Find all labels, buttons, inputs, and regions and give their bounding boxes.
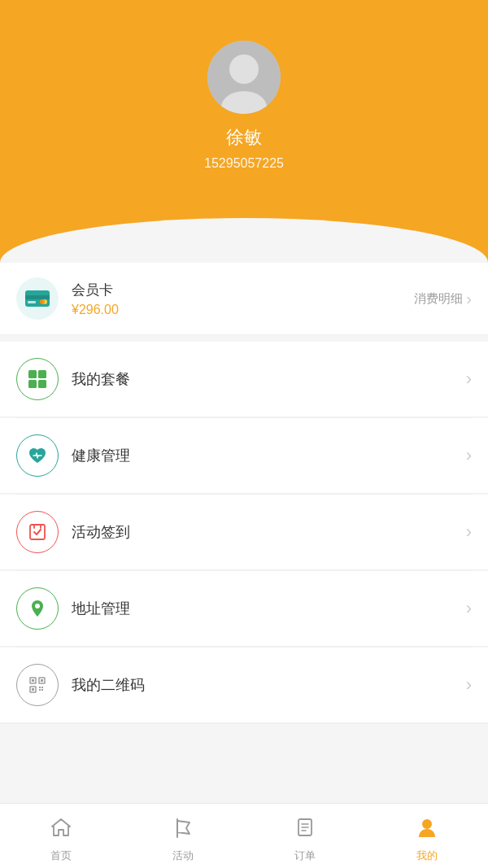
profile-phone: 15295057225 bbox=[0, 156, 488, 171]
nav-order[interactable]: 订单 bbox=[244, 809, 366, 863]
svg-point-7 bbox=[40, 299, 45, 304]
nav-mine[interactable]: 我的 bbox=[366, 809, 488, 863]
svg-rect-20 bbox=[41, 679, 43, 682]
address-icon bbox=[16, 587, 59, 630]
home-icon bbox=[50, 816, 72, 844]
svg-point-15 bbox=[35, 604, 40, 608]
menu-item-my-package[interactable]: 我的套餐 › bbox=[0, 342, 488, 417]
avatar[interactable] bbox=[207, 41, 281, 114]
qrcode-label: 我的二维码 bbox=[72, 675, 466, 695]
nav-mine-label: 我的 bbox=[416, 848, 438, 863]
svg-rect-24 bbox=[39, 689, 41, 691]
menu-item-qrcode[interactable]: 我的二维码 › bbox=[0, 648, 488, 723]
nav-activity[interactable]: 活动 bbox=[122, 809, 244, 863]
menu-item-checkin[interactable]: 活动签到 › bbox=[0, 495, 488, 570]
order-icon bbox=[294, 816, 316, 844]
member-card-detail[interactable]: 消费明细 › bbox=[414, 290, 472, 308]
profile-name: 徐敏 bbox=[0, 125, 488, 150]
person-icon bbox=[416, 816, 438, 844]
svg-rect-25 bbox=[41, 689, 43, 691]
chevron-icon: › bbox=[466, 369, 472, 390]
menu-item-health[interactable]: 健康管理 › bbox=[0, 418, 488, 494]
chevron-icon: › bbox=[466, 445, 472, 466]
svg-rect-12 bbox=[30, 525, 45, 539]
svg-rect-10 bbox=[28, 380, 37, 388]
svg-rect-9 bbox=[38, 370, 46, 378]
svg-rect-11 bbox=[38, 380, 46, 388]
svg-point-1 bbox=[229, 55, 259, 84]
member-card-row[interactable]: 会员卡 ¥296.00 消费明细 › bbox=[0, 263, 488, 335]
qrcode-icon bbox=[16, 664, 59, 706]
svg-rect-21 bbox=[32, 688, 34, 691]
my-package-label: 我的套餐 bbox=[72, 369, 466, 389]
checkin-label: 活动签到 bbox=[72, 522, 466, 542]
checkin-icon bbox=[16, 511, 59, 553]
svg-rect-5 bbox=[28, 301, 36, 303]
svg-rect-4 bbox=[25, 295, 50, 299]
health-label: 健康管理 bbox=[72, 446, 466, 465]
member-card-icon bbox=[16, 277, 59, 320]
member-card-balance: ¥296.00 bbox=[72, 303, 414, 317]
nav-activity-label: 活动 bbox=[172, 848, 194, 863]
svg-rect-23 bbox=[41, 687, 43, 688]
profile-header: 徐敏 15295057225 bbox=[0, 0, 488, 263]
chevron-icon: › bbox=[466, 674, 472, 696]
bottom-nav: 首页 活动 订单 我的 bbox=[0, 803, 488, 868]
address-label: 地址管理 bbox=[72, 599, 466, 618]
header-curve bbox=[0, 218, 488, 263]
detail-label: 消费明细 bbox=[414, 291, 463, 307]
nav-home[interactable]: 首页 bbox=[0, 809, 122, 863]
svg-rect-19 bbox=[32, 679, 34, 682]
my-package-icon bbox=[16, 358, 59, 400]
chevron-icon: › bbox=[466, 521, 472, 543]
svg-point-31 bbox=[422, 819, 432, 829]
member-card-title: 会员卡 bbox=[72, 281, 414, 299]
menu-item-address[interactable]: 地址管理 › bbox=[0, 571, 488, 647]
member-card-text: 会员卡 ¥296.00 bbox=[72, 281, 414, 317]
chevron-icon: › bbox=[466, 598, 472, 619]
nav-home-label: 首页 bbox=[50, 848, 72, 863]
svg-rect-22 bbox=[39, 687, 41, 688]
svg-rect-8 bbox=[28, 370, 37, 378]
health-icon bbox=[16, 434, 59, 477]
nav-order-label: 订单 bbox=[294, 848, 316, 863]
chevron-icon: › bbox=[466, 290, 472, 308]
divider bbox=[0, 335, 488, 342]
flag-icon bbox=[172, 816, 194, 844]
